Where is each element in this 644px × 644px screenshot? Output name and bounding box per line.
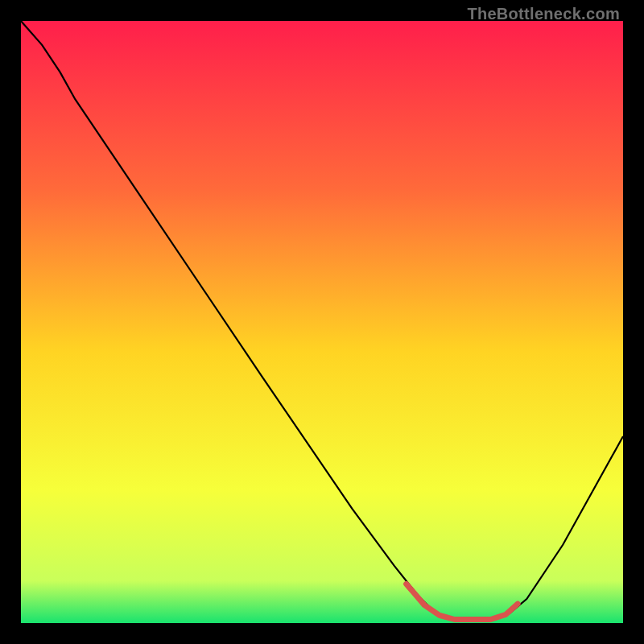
chart-area	[21, 21, 623, 623]
gradient-background	[21, 21, 623, 623]
bottleneck-chart	[21, 21, 623, 623]
